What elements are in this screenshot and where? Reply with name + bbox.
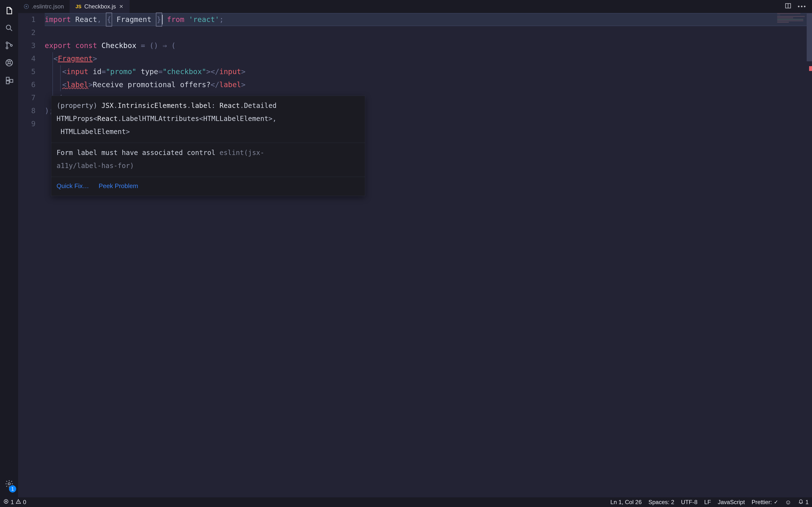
tab-label: .eslintrc.json	[32, 3, 64, 10]
explorer-icon[interactable]	[0, 2, 18, 19]
code-view[interactable]: import React, { Fragment } from 'react';…	[45, 13, 812, 497]
tab-bar: .eslintrc.json JS Checkbox.js × •••	[18, 0, 812, 13]
line-number: 1	[18, 13, 36, 26]
hover-actions: Quick Fix… Peek Problem	[51, 177, 365, 196]
status-encoding[interactable]: UTF-8	[681, 499, 698, 506]
line-number: 7	[18, 91, 36, 104]
status-indentation[interactable]: Spaces: 2	[648, 499, 674, 506]
svg-rect-6	[6, 81, 9, 84]
json-file-icon	[24, 4, 29, 9]
svg-rect-5	[6, 77, 9, 80]
source-control-icon[interactable]	[0, 37, 18, 54]
hover-type-info: (property) JSX.IntrinsicElements.label: …	[51, 96, 365, 143]
line-number: 9	[18, 117, 36, 130]
close-icon[interactable]: ×	[119, 3, 124, 10]
line-number: 8	[18, 104, 36, 117]
code-line[interactable]: import React, { Fragment } from 'react';	[45, 13, 812, 26]
peek-problem-link[interactable]: Peek Problem	[99, 179, 138, 192]
settings-gear-icon[interactable]: 1	[0, 475, 18, 493]
search-icon[interactable]	[0, 19, 18, 37]
status-bar: 1 0 Ln 1, Col 26 Spaces: 2 UTF-8 LF Java…	[0, 497, 812, 507]
scrollbar[interactable]	[807, 13, 812, 497]
svg-point-8	[8, 483, 10, 485]
extensions-icon[interactable]	[0, 71, 18, 89]
tab-checkbox-js[interactable]: JS Checkbox.js ×	[69, 0, 130, 13]
settings-update-badge: 1	[9, 485, 16, 493]
editor-group: .eslintrc.json JS Checkbox.js × ••• 1 2 …	[18, 0, 812, 497]
status-problems[interactable]: 1 0	[3, 499, 27, 506]
svg-point-2	[6, 47, 8, 49]
status-notifications[interactable]: 1	[798, 499, 809, 506]
bell-icon	[798, 499, 804, 506]
tab-actions: •••	[779, 0, 812, 13]
quick-fix-link[interactable]: Quick Fix…	[57, 179, 89, 192]
svg-point-1	[6, 42, 8, 44]
code-line[interactable]: <label>Receive promotional offers?</labe…	[45, 78, 812, 91]
status-language[interactable]: JavaScript	[718, 499, 745, 506]
code-line[interactable]: export const Checkbox = () ⇒ (	[45, 39, 812, 52]
check-icon: ✓	[774, 499, 778, 505]
scrollbar-thumb[interactable]	[807, 13, 812, 61]
status-cursor-position[interactable]: Ln 1, Col 26	[610, 499, 642, 506]
warning-icon	[16, 499, 21, 506]
hover-tooltip: (property) JSX.IntrinsicElements.label: …	[51, 96, 365, 196]
js-file-icon: JS	[75, 4, 81, 9]
line-number: 5	[18, 65, 36, 78]
line-number-gutter: 1 2 3 4 5 6 7 8 9	[18, 13, 45, 497]
more-actions-icon[interactable]: •••	[798, 3, 807, 10]
tab-eslintrc[interactable]: .eslintrc.json	[18, 0, 69, 13]
line-number: 6	[18, 78, 36, 91]
code-line[interactable]	[45, 26, 812, 39]
debug-icon[interactable]	[0, 54, 18, 71]
notification-count: 1	[806, 499, 809, 506]
workspace: 1 .eslintrc.json JS Checkbox.js × •••	[0, 0, 812, 497]
code-line[interactable]: <Fragment>	[45, 52, 812, 65]
error-marker[interactable]	[809, 66, 812, 71]
activity-bar: 1	[0, 0, 18, 497]
hover-lint-info: Form label must have associated control …	[51, 143, 365, 177]
feedback-icon[interactable]: ☺	[785, 499, 792, 506]
status-prettier[interactable]: Prettier: ✓	[752, 499, 778, 506]
error-icon	[3, 499, 9, 506]
split-editor-icon[interactable]	[785, 2, 792, 11]
line-number: 2	[18, 26, 36, 39]
status-eol[interactable]: LF	[704, 499, 711, 506]
svg-rect-7	[10, 79, 13, 82]
line-number: 3	[18, 39, 36, 52]
tab-label: Checkbox.js	[84, 3, 116, 10]
svg-point-0	[6, 25, 11, 30]
code-line[interactable]: <input id="promo" type="checkbox"></inpu…	[45, 65, 812, 78]
editor[interactable]: 1 2 3 4 5 6 7 8 9 import React, { Fragme…	[18, 13, 812, 497]
warning-count: 0	[23, 499, 26, 506]
line-number: 4	[18, 52, 36, 65]
error-count: 1	[11, 499, 14, 506]
